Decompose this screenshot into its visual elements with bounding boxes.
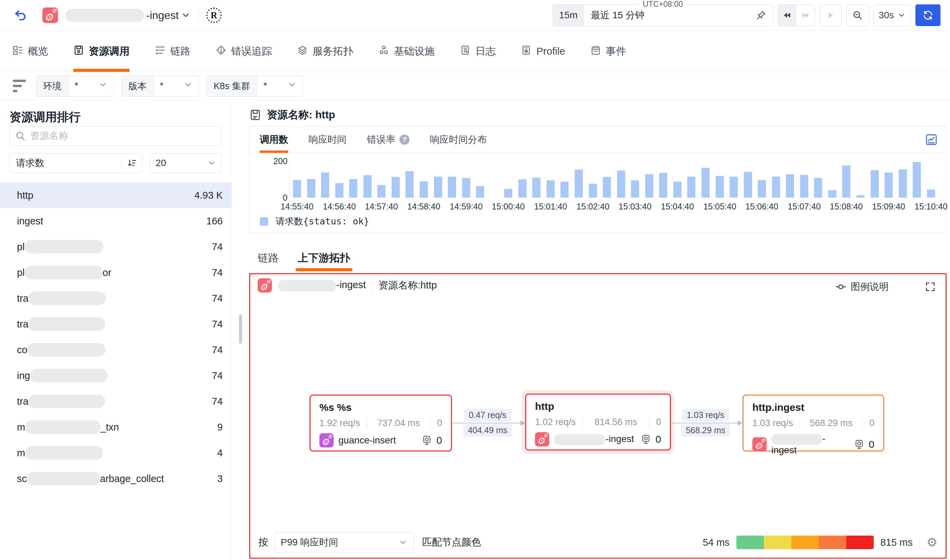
request-count: 74 bbox=[212, 345, 223, 355]
time-range-picker[interactable]: UTC+08:00 15m 最近 15 分钟 bbox=[553, 5, 773, 26]
node-metrics: 1.03 req/s568.29 ms0 bbox=[752, 418, 875, 428]
scrollbar-thumb[interactable] bbox=[239, 315, 242, 344]
nav-tab-infra[interactable]: 基础设施 bbox=[378, 31, 435, 72]
resource-name: co bbox=[17, 343, 105, 357]
nav-tab-overview[interactable]: 概览 bbox=[12, 31, 48, 72]
resource-list-item[interactable]: m_txn9 bbox=[0, 414, 232, 440]
chart-tab[interactable]: 错误率? bbox=[367, 126, 410, 153]
gear-icon[interactable]: ⚙ bbox=[927, 536, 938, 548]
filter-select[interactable]: * bbox=[154, 76, 199, 96]
request-count: 74 bbox=[212, 370, 223, 382]
chart-tab[interactable]: 响应时间分布 bbox=[430, 126, 487, 153]
resource-list-item[interactable]: tra74 bbox=[0, 388, 232, 414]
chart-bar bbox=[842, 165, 850, 198]
resource-list-item[interactable]: pl74 bbox=[0, 234, 232, 260]
node-errors: 0 bbox=[437, 418, 442, 428]
error-icon bbox=[216, 45, 226, 58]
topology-node-http[interactable]: http 1.02 req/s814.56 ms0 ⚙⚙ -ingest 0 bbox=[525, 394, 671, 451]
redacted-text bbox=[554, 434, 605, 445]
resource-list-item[interactable]: http4.93 K bbox=[0, 182, 232, 208]
service-name: -ingest bbox=[771, 433, 849, 455]
app-window: ⚙⚙ -ingest R UTC+08:00 15m 最近 15 分钟 bbox=[0, 0, 950, 560]
shift-forward-button[interactable] bbox=[796, 5, 815, 26]
nav-tab-error[interactable]: 错误追踪 bbox=[216, 31, 272, 72]
pin-icon[interactable] bbox=[756, 10, 767, 21]
view-chart-icon[interactable] bbox=[925, 133, 938, 146]
color-metric-select[interactable]: P99 响应时间 bbox=[274, 532, 414, 552]
range-label: 最近 15 分钟 bbox=[584, 9, 756, 22]
resource-list-item[interactable]: tra74 bbox=[0, 311, 232, 337]
legend-help-button[interactable]: 图例说明 bbox=[835, 280, 888, 293]
refresh-interval-select[interactable]: 30s bbox=[873, 5, 911, 26]
chart-bar bbox=[913, 162, 921, 198]
request-count: 9 bbox=[217, 422, 223, 433]
chart-bar bbox=[687, 177, 695, 198]
edge-latency: 568.29 ms bbox=[681, 424, 730, 437]
resource-list-item[interactable]: ingest166 bbox=[0, 208, 232, 234]
nav-tab-logs[interactable]: 日志 bbox=[460, 31, 496, 72]
trace-icon bbox=[155, 45, 165, 58]
scale-min-label: 54 ms bbox=[703, 537, 730, 548]
search-input[interactable] bbox=[30, 131, 216, 142]
time-shift-buttons bbox=[778, 5, 815, 26]
match-label: 匹配节点颜色 bbox=[422, 535, 481, 549]
resource-list-item[interactable]: tra74 bbox=[0, 285, 232, 311]
resource-name: ing bbox=[17, 369, 108, 382]
shift-back-button[interactable] bbox=[778, 5, 796, 26]
x-axis-tick: 15:07:40 bbox=[788, 202, 821, 212]
play-button[interactable] bbox=[820, 5, 842, 26]
request-count: 4.93 K bbox=[194, 190, 223, 201]
help-icon[interactable]: ? bbox=[399, 135, 410, 145]
nav-tab-profile[interactable]: Profile bbox=[521, 31, 565, 72]
nav-tab-trace[interactable]: 链路 bbox=[155, 31, 191, 72]
node-errors: 0 bbox=[869, 418, 875, 428]
topology-node-http-ingest[interactable]: http.ingest 1.03 req/s568.29 ms0 ⚙⚙ -ing… bbox=[742, 395, 884, 452]
x-axis-tick: 14:56:40 bbox=[323, 202, 356, 212]
divider bbox=[919, 535, 920, 549]
resource-list-item[interactable]: m4 bbox=[0, 440, 232, 466]
resource-list-item[interactable]: co74 bbox=[0, 337, 232, 363]
node-title: http.ingest bbox=[752, 402, 875, 413]
node-metrics: 1.02 req/s814.56 ms0 bbox=[535, 417, 661, 428]
filter-icon[interactable] bbox=[13, 80, 26, 92]
detail-tab[interactable]: 链路 bbox=[258, 245, 279, 271]
x-axis-tick: 15:03:40 bbox=[618, 202, 651, 212]
resource-list-item[interactable]: ing74 bbox=[0, 363, 232, 388]
refresh-button[interactable] bbox=[915, 5, 941, 26]
filter-label: 版本 bbox=[122, 76, 154, 96]
resource-search[interactable] bbox=[9, 126, 222, 146]
chart-tab[interactable]: 调用数 bbox=[260, 126, 288, 153]
chart-bar bbox=[772, 177, 780, 198]
resource-list-item[interactable]: scarbage_collect3 bbox=[0, 466, 232, 492]
rust-icon[interactable]: R bbox=[206, 8, 222, 23]
detail-tab[interactable]: 上下游拓扑 bbox=[298, 245, 350, 271]
resource-name: tra bbox=[17, 395, 105, 408]
chart-bar bbox=[673, 182, 682, 198]
chart-bar bbox=[927, 189, 935, 198]
chart-tab[interactable]: 响应时间 bbox=[308, 126, 346, 153]
resource-title: 资源名称: http bbox=[267, 108, 335, 122]
profile-icon bbox=[521, 45, 532, 58]
chart-bar bbox=[476, 186, 484, 198]
node-title: %s %s bbox=[319, 402, 442, 413]
resource-list-item[interactable]: plor74 bbox=[0, 260, 232, 285]
back-icon[interactable] bbox=[14, 8, 27, 22]
nav-tab-label: 错误追踪 bbox=[231, 45, 272, 58]
filter-select[interactable]: * bbox=[68, 76, 114, 96]
zoom-out-button[interactable] bbox=[846, 5, 868, 26]
page-size-select[interactable]: 20 bbox=[150, 153, 222, 173]
chart-bar bbox=[871, 170, 879, 198]
fullscreen-icon[interactable] bbox=[925, 281, 936, 292]
resource-name: ingest bbox=[17, 215, 43, 227]
nav-tab-resource[interactable]: 资源调用 bbox=[73, 31, 129, 72]
topology-node-guance-insert[interactable]: %s %s 1.92 req/s737.04 ms0 ⚙⚙ guance-ins… bbox=[309, 395, 452, 452]
filter-select[interactable]: * bbox=[257, 76, 302, 96]
sort-field-select[interactable]: 请求数 bbox=[9, 153, 142, 173]
app-name[interactable]: -ingest bbox=[65, 9, 191, 22]
node-title: http bbox=[535, 401, 661, 412]
nav-tab-events[interactable]: 事件 bbox=[590, 31, 626, 72]
sort-desc-icon[interactable] bbox=[122, 158, 142, 168]
chart-legend: 请求数{status: ok} bbox=[260, 215, 369, 228]
nav-tab-topology[interactable]: 服务拓扑 bbox=[297, 31, 353, 72]
resource-name: http bbox=[17, 190, 33, 201]
